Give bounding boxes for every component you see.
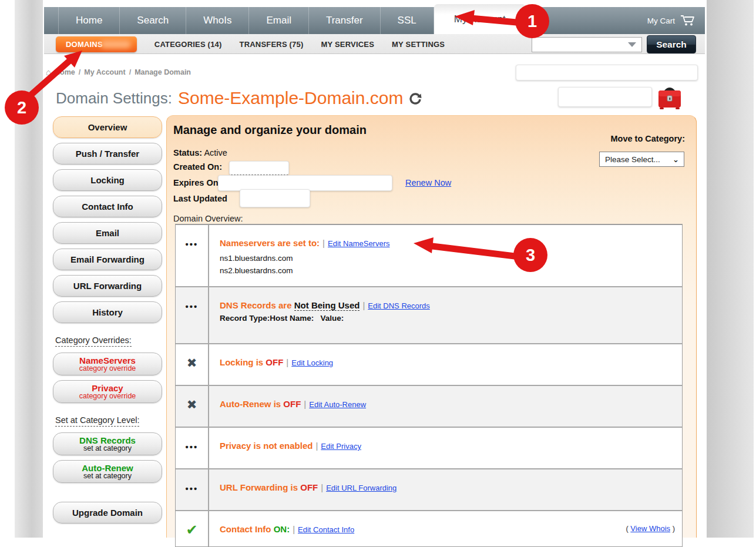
category-overrides-heading[interactable]: Category Overrides: [55,335,132,347]
breadcrumb-manage-domain[interactable]: Manage Domain [135,68,191,76]
x-icon: ✖ [187,398,197,412]
sidebar-item-auto-renew[interactable]: Auto-Renewset at category [53,460,162,483]
table-row: ✔Contact Info ON:|Edit Contact Info( Vie… [176,510,682,546]
sidebar-item-overview[interactable]: Overview [53,116,162,138]
sidebar-item-upgrade-domain[interactable]: Upgrade Domain [53,502,162,523]
breadcrumb-my-account[interactable]: My Account [84,68,125,76]
category-select[interactable]: Please Select... ⌄ [599,152,684,167]
row-title-text: URL Forwarding is [220,482,300,492]
edit-link-edit-privacy[interactable]: Edit Privacy [321,442,361,451]
sidebar-item-history[interactable]: History [53,301,162,323]
separator: | [321,482,323,492]
refresh-icon[interactable] [409,93,422,106]
edit-link-edit-nameservers[interactable]: Edit NameServers [328,239,389,248]
status-value: Active [204,148,227,157]
sub-nav-item-my-services[interactable]: MY SERVICES [321,40,375,49]
sub-nav-item-domains[interactable]: DOMAINS [56,36,137,52]
override-subtitle: category override [79,392,136,400]
edit-link-edit-contact-info[interactable]: Edit Contact Info [298,525,354,534]
sidebar-item-privacy[interactable]: Privacycategory override [53,380,162,403]
row-status: OFF [283,399,301,409]
row-title-text: Locking is [220,357,266,367]
row-body: Contact Info ON:|Edit Contact Info( View… [209,511,682,546]
top-nav-tabs: HomeSearchWhoIsEmailTransferSSLMy Accoun… [58,7,526,34]
row-title-text: Auto-Renew is [220,399,283,409]
home-icon: ⌂ [46,67,51,77]
edit-link-edit-locking[interactable]: Edit Locking [291,358,333,367]
row-title: DNS Records are Not Being Used|Edit DNS … [220,300,674,310]
redacted-box [240,189,310,207]
row-body: Privacy is not enabled|Edit Privacy [209,428,682,468]
sidebar-item-dns-records[interactable]: DNS Recordsset at category [53,432,162,455]
domain-overview-label: Domain Overview: [173,214,243,223]
set-at-category-heading[interactable]: Set at Category Level: [55,415,139,427]
sidebar-item-email-forwarding[interactable]: Email Forwarding [53,249,162,270]
domain-search-combobox[interactable] [532,37,642,52]
top-nav-tab-my-account[interactable]: My Account [434,4,526,34]
top-nav-tab-ssl[interactable]: SSL [381,7,434,34]
search-button[interactable]: Search [647,35,696,53]
view-whois-link[interactable]: View Whois [630,524,670,533]
status-icon-cell: ••• [176,428,209,468]
redacted-box [516,65,698,80]
row-title-text: Privacy is not enabled [220,441,313,451]
top-nav-tab-whois[interactable]: WhoIs [186,7,249,34]
table-row: •••DNS Records are Not Being Used|Edit D… [176,286,682,343]
row-status: Not Being Used [294,300,360,311]
sub-nav-item-categories[interactable]: CATEGORIES (14) [154,40,222,49]
my-cart-button[interactable]: My Cart [647,7,695,34]
status-icon-cell: ✖ [176,344,209,385]
sidebar: OverviewPush / TransferLockingContact In… [53,116,162,528]
nameserver-list: ns1.bluestardns.comns2.bluestardns.com [220,253,674,277]
nameserver-entry: ns1.bluestardns.com [220,253,674,265]
sidebar-item-nameservers[interactable]: NameServerscategory override [53,353,162,375]
top-nav-tab-email[interactable]: Email [249,7,309,34]
edit-link-edit-url-forwarding[interactable]: Edit URL Forwarding [326,484,397,492]
sidebar-item-contact-info[interactable]: Contact Info [53,196,162,217]
separator: | [304,399,306,409]
chevron-down-icon: ⌄ [673,155,679,164]
domain-overview-table: •••Nameservers are set to:|Edit NameServ… [175,224,683,547]
row-title-text: DNS Records are [220,300,294,310]
sidebar-item-email[interactable]: Email [53,222,162,244]
separator: | [286,357,288,367]
edit-link-edit-auto-renew[interactable]: Edit Auto-Renew [309,400,366,409]
x-icon: ✖ [187,356,197,370]
sub-nav-item-transfers[interactable]: TRANSFERS (75) [240,40,304,49]
table-row: •••URL Forwarding is OFF|Edit URL Forwar… [176,468,682,510]
toolbox-icon[interactable] [656,84,684,112]
sub-nav-item-my-settings[interactable]: MY SETTINGS [392,40,445,49]
top-nav-tab-home[interactable]: Home [58,7,120,34]
row-title: URL Forwarding is OFF|Edit URL Forwardin… [220,482,674,492]
sidebar-item-locking[interactable]: Locking [53,169,162,191]
sub-navigation-bar: DOMAINSCATEGORIES (14)TRANSFERS (75)MY S… [44,34,705,54]
top-nav-tab-transfer[interactable]: Transfer [309,7,381,34]
table-row: •••Nameservers are set to:|Edit NameServ… [176,225,682,286]
status-icon-cell: ••• [176,287,209,343]
sidebar-item-push-transfer[interactable]: Push / Transfer [53,143,162,165]
redacted-box [229,161,289,175]
row-title: Nameservers are set to:|Edit NameServers [220,238,674,248]
check-icon: ✔ [186,522,197,538]
renew-now-link[interactable]: Renew Now [405,178,451,187]
sidebar-item-url-forwarding[interactable]: URL Forwarding [53,275,162,297]
created-line: Created On: [173,162,222,172]
top-nav-tab-search[interactable]: Search [120,7,186,34]
nameserver-entry: ns2.bluestardns.com [220,265,674,277]
category-subtitle: set at category [83,472,132,480]
row-title-text: Contact Info [220,524,274,534]
row-body: Nameservers are set to:|Edit NameServers… [209,225,682,286]
category-subtitle: set at category [83,444,132,452]
row-title: Locking is OFF|Edit Locking [220,357,674,367]
view-whois-wrap: ( View Whois ) [626,524,675,533]
override-subtitle: category override [79,364,136,373]
edit-link-edit-dns-records[interactable]: Edit DNS Records [368,301,429,310]
row-body: DNS Records are Not Being Used|Edit DNS … [209,287,682,343]
row-status: OFF [300,482,318,492]
spacer [53,488,162,502]
domain-settings-page: HomeSearchWhoIsEmailTransferSSLMy Accoun… [0,0,756,547]
ellipsis-icon: ••• [186,239,199,249]
breadcrumb-home[interactable]: Home [55,68,75,76]
table-row: ✖Auto-Renew is OFF|Edit Auto-Renew [176,385,682,427]
content-heading: Manage and organize your domain [173,123,367,137]
